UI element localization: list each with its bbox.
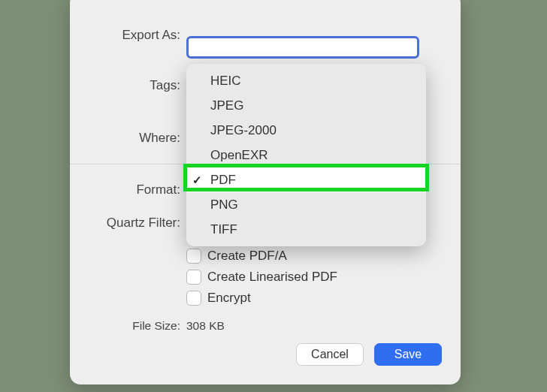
file-size-row: File Size: 308 KB <box>70 319 461 333</box>
encrypt-row: Encrypt <box>186 288 461 309</box>
format-option-label: HEIC <box>210 74 241 89</box>
format-option-jpeg2000[interactable]: JPEG-2000 <box>186 118 426 143</box>
create-pdfa-checkbox[interactable] <box>186 249 201 264</box>
tags-label: Tags: <box>70 78 186 93</box>
cancel-button[interactable]: Cancel <box>296 343 364 366</box>
format-option-openexr[interactable]: OpenEXR <box>186 143 426 167</box>
format-option-label: JPEG <box>210 98 243 113</box>
export-as-input[interactable] <box>186 36 419 59</box>
create-linearised-row: Create Linearised PDF <box>186 267 461 288</box>
format-option-png[interactable]: PNG <box>186 192 426 217</box>
export-as-label: Export As: <box>70 28 186 43</box>
create-linearised-label: Create Linearised PDF <box>207 270 337 285</box>
dialog-buttons: Cancel Save <box>296 343 442 366</box>
create-pdfa-row: Create PDF/A <box>186 246 461 267</box>
encrypt-checkbox[interactable] <box>186 291 201 306</box>
format-option-heic[interactable]: HEIC <box>186 68 426 93</box>
checkmark-icon: ✓ <box>192 173 202 187</box>
format-dropdown[interactable]: HEIC JPEG JPEG-2000 OpenEXR ✓ PDF PNG TI… <box>186 64 426 246</box>
format-option-label: OpenEXR <box>210 148 268 163</box>
format-option-pdf[interactable]: ✓ PDF <box>186 167 426 192</box>
format-option-label: TIFF <box>210 222 237 237</box>
encrypt-label: Encrypt <box>207 291 251 306</box>
create-linearised-checkbox[interactable] <box>186 270 201 285</box>
format-option-jpeg[interactable]: JPEG <box>186 93 426 118</box>
format-option-label: PDF <box>210 173 236 188</box>
export-row: Export As: <box>70 8 461 63</box>
create-pdfa-label: Create PDF/A <box>207 249 287 264</box>
file-size-label: File Size: <box>70 319 186 333</box>
format-option-tiff[interactable]: TIFF <box>186 217 426 242</box>
save-button[interactable]: Save <box>374 343 442 366</box>
format-option-label: JPEG-2000 <box>210 123 277 138</box>
file-size-value: 308 KB <box>186 319 225 333</box>
format-option-label: PNG <box>210 198 238 213</box>
format-label: Format: <box>70 182 186 198</box>
quartz-filter-label: Quartz Filter: <box>70 216 186 231</box>
where-label: Where: <box>70 131 186 146</box>
options-group: Create PDF/A Create Linearised PDF Encry… <box>186 246 461 309</box>
